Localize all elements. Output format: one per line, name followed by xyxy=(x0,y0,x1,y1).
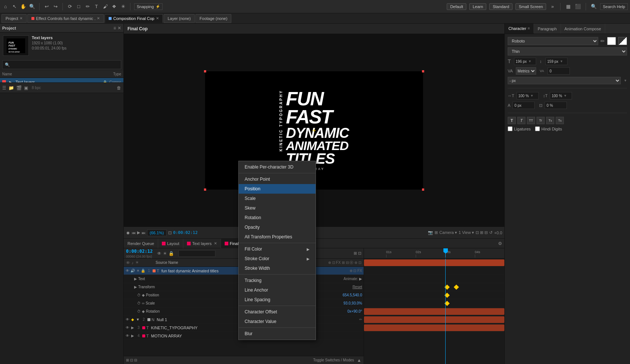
font-edit-icon[interactable]: ✏ xyxy=(600,38,605,44)
comp-icon[interactable]: ▣ xyxy=(24,85,28,91)
view-reset-icon[interactable]: ↺ xyxy=(489,230,493,235)
view-prev-icon[interactable]: ⏮ xyxy=(132,231,136,235)
menu-anchor-point[interactable]: Anchor Point xyxy=(239,174,316,184)
layer1-lock[interactable]: 🔒 xyxy=(141,269,145,273)
tl-settings-icon[interactable]: ⚙ xyxy=(498,241,502,246)
right-tab-animcomp[interactable]: Animation Compose xyxy=(561,24,605,34)
clip-1[interactable] xyxy=(364,259,504,266)
menu-skew[interactable]: Skew xyxy=(239,203,316,213)
view-fit-icon[interactable]: ⊡ xyxy=(168,230,172,235)
view-1-label[interactable]: 1 View ▾ xyxy=(459,230,474,235)
h-scale-arrow[interactable]: ▼ xyxy=(530,94,534,98)
kerning-method-select[interactable]: Metrics xyxy=(516,67,536,75)
tl-lock-icon[interactable]: 🔒 xyxy=(168,251,174,256)
search-icon[interactable]: 🔍 xyxy=(590,3,597,10)
tl-icon1[interactable]: ⊞ xyxy=(354,251,357,256)
menu-tracking[interactable]: Tracking xyxy=(239,276,316,285)
char-tab-menu[interactable]: ≡ xyxy=(528,26,530,30)
hindi-digits-checkbox[interactable] xyxy=(535,126,540,131)
tl-icon2[interactable]: ⊡ xyxy=(358,251,361,256)
font-family-select[interactable]: Roboto xyxy=(508,37,598,45)
tab-effect-close[interactable]: ✕ xyxy=(97,16,100,20)
ligatures-checkbox[interactable] xyxy=(508,126,512,131)
trash-icon[interactable]: 🗑 xyxy=(117,85,121,91)
tab-project-close[interactable]: ✕ xyxy=(20,16,23,20)
scale-link[interactable]: ∞ xyxy=(142,301,144,305)
mask-icon[interactable]: □ xyxy=(75,3,82,10)
tl-solo-icon[interactable]: ☀ xyxy=(163,251,167,256)
view-next-icon[interactable]: ⏭ xyxy=(142,231,146,235)
fmt-sub[interactable]: Ts xyxy=(556,117,564,124)
font-style-select[interactable]: Thin xyxy=(508,47,627,55)
select-tool[interactable]: ↖ xyxy=(11,3,18,10)
pen-icon[interactable]: ✏ xyxy=(84,3,91,10)
tab-layer[interactable]: Layer (none) xyxy=(164,14,195,23)
handle-top-left[interactable] xyxy=(204,70,206,72)
layer2-eye[interactable]: 👁 xyxy=(125,317,130,322)
baseline-field[interactable]: 0 px xyxy=(512,102,535,109)
scale-stopwatch[interactable]: ⏱ xyxy=(137,301,141,305)
text-expand[interactable]: ▶ xyxy=(134,277,137,281)
layer3-eye[interactable]: 👁 xyxy=(125,326,130,330)
view-icons-group[interactable]: ⊡ ⊞ ⊟ xyxy=(476,230,488,235)
tl-bottom-chevron[interactable]: ▲ xyxy=(357,358,361,363)
tl-eye-icon[interactable]: 👁 xyxy=(157,251,161,256)
tab-footage[interactable]: Footage (none) xyxy=(195,14,231,23)
workspace-small[interactable]: Small Screen xyxy=(515,3,546,10)
tl-search-input[interactable] xyxy=(178,250,215,257)
font-color-box[interactable] xyxy=(607,37,616,45)
menu-opacity[interactable]: Opacity xyxy=(239,222,316,232)
tl-tab-textlayers-close[interactable]: ✕ xyxy=(214,241,217,245)
file-item-textlayers[interactable]: ▶ Text layers 🔒 Compo xyxy=(0,78,123,82)
right-tab-character[interactable]: Character ≡ xyxy=(505,24,534,34)
menu-scale[interactable]: Scale xyxy=(239,194,316,203)
fmt-smallcaps[interactable]: Tr xyxy=(537,117,545,124)
handle-top-right[interactable] xyxy=(422,70,424,72)
line-height-arrow[interactable]: ▼ xyxy=(560,59,563,63)
fmt-sup[interactable]: Ts xyxy=(546,117,554,124)
tracking-field[interactable]: 0 xyxy=(548,67,570,75)
menu-line-spacing[interactable]: Line Spacing xyxy=(239,295,316,305)
more-workspaces-icon[interactable]: » xyxy=(549,3,556,10)
workspace-default[interactable]: Default xyxy=(447,3,466,10)
font-size-arrow[interactable]: ▼ xyxy=(528,59,532,63)
new-folder-icon[interactable]: 📁 xyxy=(8,85,14,91)
workspace-standard[interactable]: Standard xyxy=(489,3,512,10)
font-color-swatch[interactable] xyxy=(618,37,627,45)
tab-composition[interactable]: Composition Final Cop ✕ xyxy=(105,14,163,23)
menu-fill-color[interactable]: Fill Color ▶ xyxy=(239,244,316,254)
transform-expand[interactable]: ▶ xyxy=(134,285,137,289)
pos-diamond[interactable]: ◆ xyxy=(142,293,145,297)
tab-project[interactable]: Project ✕ xyxy=(1,14,27,23)
layer1-solo[interactable]: ☀ xyxy=(136,269,140,273)
view-play-icon[interactable]: ▶ xyxy=(137,230,140,235)
redo-icon[interactable]: ↪ xyxy=(52,3,59,10)
project-close-icon[interactable]: ✕ xyxy=(118,25,121,31)
line-height-field[interactable]: 159 px ▼ xyxy=(545,58,568,65)
menu-enable-3d[interactable]: Enable Per-character 3D xyxy=(239,162,316,172)
undo-icon[interactable]: ↩ xyxy=(43,3,50,10)
kf-position-2[interactable] xyxy=(454,285,459,290)
menu-stroke-width[interactable]: Stroke Width xyxy=(239,263,316,273)
fmt-bold[interactable]: T xyxy=(508,117,516,124)
layer4-eye[interactable]: 👁 xyxy=(125,334,130,338)
puppet-icon[interactable]: ✳ xyxy=(120,3,126,10)
snapping-btn[interactable]: Snapping ⚡ xyxy=(134,3,163,10)
new-comp-icon[interactable]: ☰ xyxy=(2,85,6,91)
rot-diamond[interactable]: ◆ xyxy=(142,309,145,313)
clip-3[interactable] xyxy=(364,316,504,323)
unit-select[interactable]: - px xyxy=(508,77,621,84)
clip-4[interactable] xyxy=(364,324,504,331)
layer4-expand[interactable]: ▶ xyxy=(130,334,135,338)
v-scale-field[interactable]: 100 % ▼ xyxy=(550,92,572,99)
pos-stopwatch[interactable]: ⏱ xyxy=(137,293,141,297)
layer1-audio[interactable]: 🔊 xyxy=(130,269,135,273)
menu-all-transform[interactable]: All Transform Properties xyxy=(239,232,316,242)
menu-line-anchor[interactable]: Line Anchor xyxy=(239,285,316,295)
fmt-allcaps[interactable]: TT xyxy=(527,117,535,124)
render-icon[interactable]: ▦ xyxy=(565,3,572,10)
fmt-italic[interactable]: T xyxy=(517,117,525,124)
text-icon[interactable]: T xyxy=(93,3,100,10)
footage-icon[interactable]: 🎬 xyxy=(16,85,22,91)
project-menu-icon[interactable]: ≡ xyxy=(113,25,116,31)
